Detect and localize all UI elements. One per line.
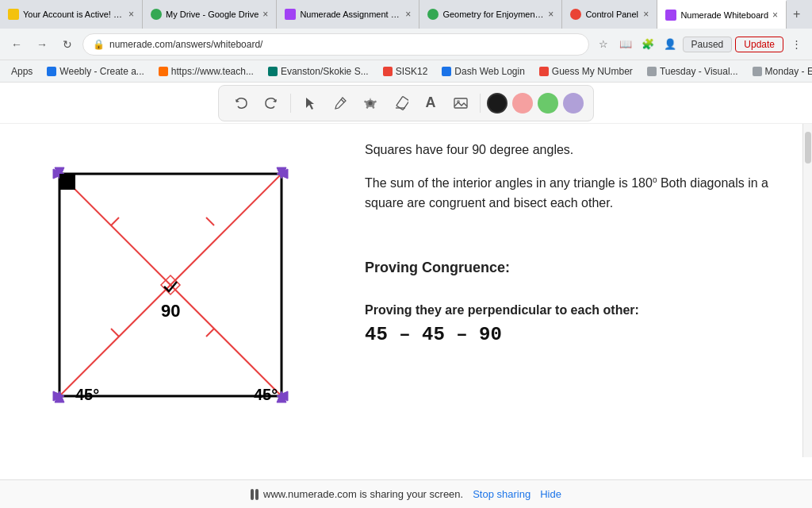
divider-2 xyxy=(480,94,481,113)
screenshare-bar: www.numerade.com is sharing your screen.… xyxy=(0,479,812,508)
tab-close-6[interactable]: × xyxy=(772,10,778,21)
bookmark-favicon-weebly xyxy=(47,67,56,76)
bookmark-apps[interactable]: Apps xyxy=(6,64,37,79)
bookmark-teach-label: https://www.teach... xyxy=(171,66,254,77)
whiteboard-drawing[interactable]: 90 45° 45° xyxy=(44,158,297,423)
eraser-tool-button[interactable] xyxy=(388,90,413,116)
tab-close-2[interactable]: × xyxy=(262,9,268,20)
scrollbar[interactable] xyxy=(802,124,812,457)
forward-button[interactable]: → xyxy=(32,34,52,55)
divider-1 xyxy=(290,94,291,113)
bookmark-weebly[interactable]: Weebly - Create a... xyxy=(42,64,149,79)
tab-4[interactable]: Geometry for Enjoyment 9... × xyxy=(419,0,562,29)
svg-text:45°: 45° xyxy=(254,386,278,403)
image-tool-button[interactable] xyxy=(448,90,473,116)
color-green[interactable] xyxy=(538,93,558,114)
profile-icon[interactable]: 👤 xyxy=(661,35,680,54)
bookmark-weebly-label: Weebly - Create a... xyxy=(59,66,144,77)
bookmark-favicon-guess xyxy=(539,67,549,76)
tab-title-5: Control Panel xyxy=(585,10,639,19)
paragraph-1: Squares have four 90 degree angles. xyxy=(365,140,779,160)
menu-icon[interactable]: ⋮ xyxy=(787,35,806,54)
text-tool-button[interactable]: A xyxy=(418,90,443,116)
bookmark-tuesday[interactable]: Tuesday - Visual... xyxy=(642,64,743,79)
back-button[interactable]: ← xyxy=(6,34,27,55)
tab-3[interactable]: Numerade Assignment 1:... × xyxy=(277,0,419,29)
tab-favicon-3 xyxy=(285,9,296,20)
tab-title-1: Your Account is Active! - t... xyxy=(23,10,124,19)
tab-favicon-5 xyxy=(570,9,581,20)
tab-1[interactable]: Your Account is Active! - t... × xyxy=(0,0,143,29)
svg-line-19 xyxy=(206,217,214,225)
tab-favicon-2 xyxy=(151,9,162,20)
tab-close-3[interactable]: × xyxy=(405,9,411,20)
svg-text:45°: 45° xyxy=(75,386,99,403)
color-pink[interactable] xyxy=(512,93,533,114)
select-tool-button[interactable] xyxy=(297,90,323,116)
bookmark-favicon-dash xyxy=(442,67,451,76)
tab-close-1[interactable]: × xyxy=(128,9,134,20)
tab-close-4[interactable]: × xyxy=(548,9,553,20)
refresh-button[interactable]: ↻ xyxy=(57,34,78,55)
heading-proving-congruence: Proving Congruence: xyxy=(365,260,779,276)
bookmark-favicon-monday xyxy=(753,67,762,76)
lock-icon: 🔒 xyxy=(93,39,105,50)
reading-mode-icon[interactable]: 📖 xyxy=(616,35,635,54)
tab-title-3: Numerade Assignment 1:... xyxy=(300,10,401,19)
bookmark-evanston[interactable]: Evanston/Skokie S... xyxy=(263,64,373,79)
url-text: numerade.com/answers/whiteboard/ xyxy=(109,39,262,50)
tab-5[interactable]: Control Panel × xyxy=(562,0,657,29)
scrollbar-thumb[interactable] xyxy=(805,132,811,164)
addressbar: ← → ↻ 🔒 numerade.com/answers/whiteboard/… xyxy=(0,29,812,60)
heading-proving-perpendicular: Proving they are perpendicular to each o… xyxy=(365,303,779,318)
star-icon[interactable]: ☆ xyxy=(594,35,613,54)
bookmark-guess[interactable]: Guess My NUmber xyxy=(534,64,638,79)
bookmark-monday[interactable]: Monday - Estimati... xyxy=(748,64,812,79)
toolbar-container: A xyxy=(218,85,594,121)
bookmark-favicon-tuesday xyxy=(647,67,657,76)
undo-button[interactable] xyxy=(228,90,254,116)
tab-favicon-4 xyxy=(427,9,439,20)
titlebar: Your Account is Active! - t... × My Driv… xyxy=(0,0,812,29)
bookmark-teach[interactable]: https://www.teach... xyxy=(154,64,259,79)
svg-line-18 xyxy=(111,217,119,225)
bookmark-evanston-label: Evanston/Skokie S... xyxy=(281,66,369,77)
paused-button[interactable]: Paused xyxy=(683,37,733,52)
bookmark-favicon-evanston xyxy=(268,67,278,76)
bookmark-dash[interactable]: Dash Web Login xyxy=(437,64,530,79)
update-button[interactable]: Update xyxy=(735,37,783,52)
extensions-icon[interactable]: 🧩 xyxy=(638,35,657,54)
canvas-area[interactable]: 90 45° 45° xyxy=(0,124,341,457)
new-tab-button[interactable]: + xyxy=(787,0,806,29)
hide-button[interactable]: Hide xyxy=(540,488,561,500)
svg-rect-26 xyxy=(59,174,75,190)
bookmark-tuesday-label: Tuesday - Visual... xyxy=(660,66,738,77)
svg-line-20 xyxy=(111,329,119,337)
color-black[interactable] xyxy=(487,93,508,114)
svg-line-21 xyxy=(206,329,214,337)
paragraph-2: The sum of the interior angles in any tr… xyxy=(365,173,779,214)
redo-button[interactable] xyxy=(259,90,284,116)
tab-6[interactable]: Numerade Whiteboard × xyxy=(657,0,787,29)
bookmark-favicon-sisk12 xyxy=(383,67,393,76)
svg-rect-5 xyxy=(454,98,467,108)
math-expression: 45 – 45 – 90 xyxy=(365,324,779,345)
text-area: Squares have four 90 degree angles. The … xyxy=(341,124,802,457)
bookmark-sisk12-label: SISK12 xyxy=(396,66,428,77)
screenshare-indicator: www.numerade.com is sharing your screen. xyxy=(251,488,463,500)
settings-tool-button[interactable] xyxy=(358,90,383,116)
svg-line-1 xyxy=(341,99,344,102)
tab-close-5[interactable]: × xyxy=(643,9,649,20)
tab-title-2: My Drive - Google Drive xyxy=(166,10,259,19)
pen-tool-button[interactable] xyxy=(327,90,353,116)
bookmark-sisk12[interactable]: SISK12 xyxy=(378,64,433,79)
color-purple[interactable] xyxy=(563,93,584,114)
tab-favicon-1 xyxy=(8,9,19,20)
bookmark-monday-label: Monday - Estimati... xyxy=(765,66,812,77)
url-bar[interactable]: 🔒 numerade.com/answers/whiteboard/ xyxy=(82,33,589,56)
tab-title-4: Geometry for Enjoyment 9... xyxy=(442,10,544,19)
tab-2[interactable]: My Drive - Google Drive × xyxy=(143,0,277,29)
svg-marker-0 xyxy=(306,98,314,110)
tab-title-6: Numerade Whiteboard xyxy=(680,10,768,20)
stop-sharing-button[interactable]: Stop sharing xyxy=(473,488,530,500)
